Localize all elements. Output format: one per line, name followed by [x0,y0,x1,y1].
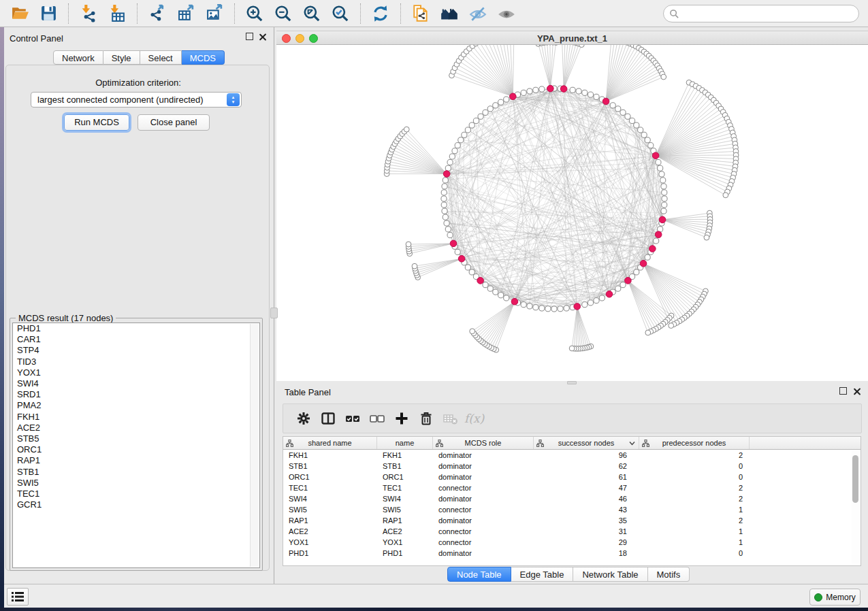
table-row[interactable]: ACE2ACE2connector311 [283,526,861,537]
table-row[interactable]: STB1STB1dominator620 [283,461,861,472]
column-header-mcds-role[interactable]: MCDS role [433,437,534,449]
main-toolbar [0,0,868,27]
table-row[interactable]: TEC1TEC1connector472 [283,482,861,493]
column-header-shared-name[interactable]: shared name [283,437,377,449]
table-header-row: shared name name MCDS role successor nod… [283,437,861,450]
close-table-panel-icon[interactable] [853,387,861,395]
float-table-panel-icon[interactable] [839,387,847,395]
zoom-in-icon[interactable] [244,3,265,24]
column-header-predecessor-nodes[interactable]: predecessor nodes [639,437,750,449]
table-row[interactable]: PHD1PHD1dominator180 [283,548,861,559]
horizontal-splitter-grip[interactable] [567,381,577,384]
splitter-grip[interactable] [270,308,278,318]
task-history-button[interactable] [7,588,29,606]
close-panel-button[interactable]: Close panel [138,114,210,131]
table-scrollbar[interactable] [852,451,859,563]
open-file-icon[interactable] [10,3,30,24]
mcds-result-item[interactable]: YOX1 [13,367,259,378]
table-cell: FKH1 [283,450,377,461]
save-session-icon[interactable] [38,3,59,24]
mcds-result-item[interactable]: TEC1 [13,489,259,499]
table-row[interactable]: YOX1YOX1connector291 [283,537,861,548]
table-cell: 0 [639,472,750,482]
column-header-name[interactable]: name [377,437,433,449]
search-box[interactable] [663,5,859,22]
mcds-result-item[interactable]: STB5 [13,433,259,444]
show-all-icon[interactable] [496,3,517,24]
export-network-icon[interactable] [147,3,167,24]
export-table-icon[interactable] [176,3,196,24]
mcds-result-item[interactable]: TID3 [13,357,259,367]
table-cell: 2 [639,515,750,526]
mcds-result-title: MCDS result (17 nodes) [16,313,116,323]
mcds-result-item[interactable]: CAR1 [13,334,259,345]
table-scrollbar-thumb[interactable] [852,455,858,503]
first-neighbors-icon[interactable] [439,3,460,24]
column-header-filler [750,437,861,449]
result-list-scrollbar[interactable] [250,324,259,567]
refresh-layout-icon[interactable] [370,3,391,24]
import-table-icon[interactable] [107,3,127,24]
add-row-icon[interactable] [389,409,414,428]
share-network-file-icon[interactable] [411,3,431,24]
criterion-dropdown[interactable]: largest connected component (undirected)… [31,92,242,108]
column-header-successor-nodes[interactable]: successor nodes [534,437,639,449]
table-cell: ORC1 [377,472,433,482]
mcds-result-item[interactable]: SRD1 [13,389,259,400]
mcds-result-item[interactable]: PHD1 [13,323,259,334]
tab-network[interactable]: Network [53,50,103,65]
export-image-icon[interactable] [204,3,225,24]
tab-mcds[interactable]: MCDS [182,50,225,65]
tab-select[interactable]: Select [140,50,182,65]
task-list-icon [12,592,24,601]
attribute-icon [642,440,649,447]
table-cell: TEC1 [377,482,433,493]
tab-network-table[interactable]: Network Table [573,567,647,582]
table-row[interactable]: RAP1RAP1dominator352 [283,515,861,526]
table-row[interactable]: SWI5SWI5connector431 [283,504,861,515]
hide-selected-icon[interactable] [468,3,488,24]
desktop-background-bottom [0,608,868,611]
mcds-result-item[interactable]: STP4 [13,345,259,356]
tab-edge-table[interactable]: Edge Table [511,567,574,582]
import-network-icon[interactable] [78,3,99,24]
zoom-fit-icon[interactable] [302,3,322,24]
mcds-result-list[interactable]: PHD1CAR1STP4TID3YOX1SWI4SRD1PMA2FKH1ACE2… [12,323,260,568]
mcds-result-item[interactable]: FKH1 [13,412,259,423]
mcds-result-item[interactable]: SWI4 [13,378,259,389]
network-graph[interactable] [276,45,868,381]
network-view-canvas[interactable] [276,45,868,381]
attribute-icon [536,440,544,447]
table-options-gear-icon[interactable] [291,409,316,428]
function-builder-disabled-icon: f(x) [463,409,487,428]
table-cell: 96 [534,450,639,461]
close-panel-icon[interactable] [259,33,267,41]
zoom-selected-icon[interactable] [330,3,351,24]
mcds-result-item[interactable]: SWI5 [13,478,259,489]
delete-rows-icon[interactable] [414,409,438,428]
run-mcds-button[interactable]: Run MCDS [64,114,129,131]
tab-node-table[interactable]: Node Table [447,567,511,582]
zoom-out-icon[interactable] [273,3,293,24]
memory-button[interactable]: Memory [809,589,861,606]
mcds-result-item[interactable]: RAP1 [13,455,259,466]
mcds-result-item[interactable]: ACE2 [13,423,259,433]
table-cell: SWI5 [377,504,433,515]
show-columns-icon[interactable] [316,409,340,428]
search-input[interactable] [679,7,858,20]
mcds-result-item[interactable]: ORC1 [13,444,259,455]
table-row[interactable]: FKH1FKH1dominator962 [283,450,861,461]
mcds-result-item[interactable]: GCR1 [13,499,259,510]
table-cell: RAP1 [377,515,433,526]
table-row[interactable]: SWI4SWI4dominator462 [283,493,861,504]
float-panel-icon[interactable] [246,33,253,40]
table-cell: TEC1 [283,482,377,493]
deselect-all-checkboxes-icon[interactable] [365,409,389,428]
table-row[interactable]: ORC1ORC1dominator610 [283,472,861,482]
mcds-result-item[interactable]: STB1 [13,467,259,478]
network-window-titlebar[interactable]: YPA_prune.txt_1 [276,31,868,45]
select-all-checkboxes-icon[interactable] [340,409,365,428]
tab-style[interactable]: Style [103,50,140,65]
tab-motifs[interactable]: Motifs [648,567,690,582]
mcds-result-item[interactable]: PMA2 [13,400,259,411]
